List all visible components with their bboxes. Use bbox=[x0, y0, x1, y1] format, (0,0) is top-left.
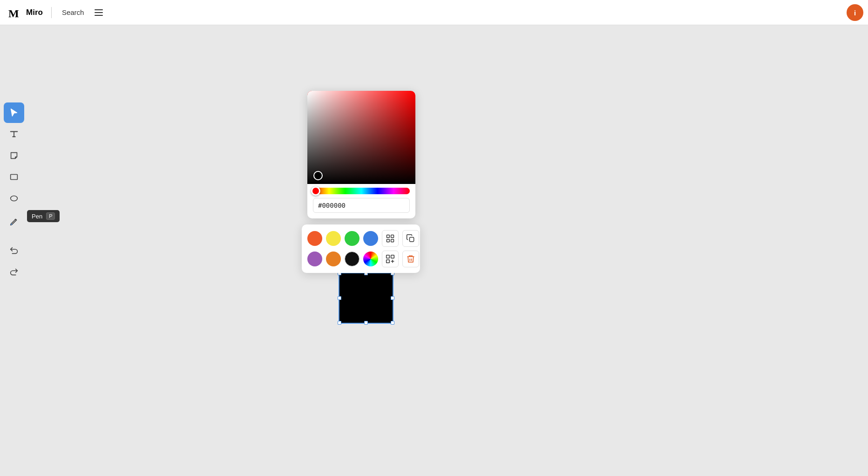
svg-rect-6 bbox=[387, 239, 390, 242]
resize-handle-bottom-left[interactable] bbox=[338, 321, 341, 325]
pen-tooltip: Pen P bbox=[27, 210, 60, 222]
color-gradient-area[interactable] bbox=[307, 91, 415, 184]
miro-logo: M bbox=[6, 4, 22, 21]
action-icons-right bbox=[382, 230, 419, 247]
rectangle-icon bbox=[9, 172, 19, 182]
subgroup-button[interactable] bbox=[382, 251, 399, 267]
color-picker-panel: #000000 bbox=[307, 91, 415, 218]
hex-input-row: #000000 bbox=[313, 198, 410, 213]
group-button[interactable] bbox=[382, 230, 399, 247]
svg-rect-10 bbox=[391, 255, 394, 258]
svg-point-3 bbox=[11, 224, 12, 225]
user-initial: i bbox=[854, 9, 856, 17]
quick-colors-row-1 bbox=[307, 230, 414, 247]
trash-icon bbox=[406, 254, 415, 264]
action-icons-right-2 bbox=[382, 251, 419, 267]
copy-icon bbox=[406, 234, 415, 243]
color-swatch-orange[interactable] bbox=[326, 252, 341, 266]
topbar-divider bbox=[51, 7, 52, 18]
hue-indicator bbox=[311, 186, 320, 196]
left-toolbar bbox=[4, 102, 25, 232]
rectangle-tool[interactable] bbox=[4, 167, 24, 187]
resize-handle-bottom-right[interactable] bbox=[391, 321, 394, 325]
gradient-picker-handle[interactable] bbox=[313, 171, 323, 180]
svg-rect-7 bbox=[391, 239, 394, 242]
canvas-rectangle[interactable] bbox=[339, 272, 393, 324]
svg-rect-1 bbox=[11, 175, 18, 180]
color-swatch-green[interactable] bbox=[345, 231, 359, 246]
pen-tool[interactable] bbox=[4, 211, 24, 232]
resize-handle-bottom-mid[interactable] bbox=[364, 321, 368, 325]
user-avatar[interactable]: i bbox=[847, 4, 863, 21]
ellipse-icon bbox=[9, 193, 19, 204]
hamburger-icon bbox=[95, 9, 103, 16]
pen-shortcut-key: P bbox=[46, 212, 55, 220]
select-tool[interactable] bbox=[4, 102, 24, 123]
color-swatch-purple[interactable] bbox=[307, 252, 322, 266]
color-swatch-yellow[interactable] bbox=[326, 231, 341, 246]
svg-rect-9 bbox=[387, 255, 390, 258]
color-swatch-blue[interactable] bbox=[363, 231, 378, 246]
undo-redo-group bbox=[4, 240, 25, 282]
delete-button[interactable] bbox=[402, 251, 419, 267]
text-icon bbox=[9, 129, 19, 139]
svg-rect-4 bbox=[387, 235, 390, 238]
svg-rect-11 bbox=[387, 260, 390, 263]
topbar: M Miro Search bbox=[0, 0, 868, 25]
color-swatch-rainbow[interactable] bbox=[363, 252, 378, 266]
hex-input[interactable]: #000000 bbox=[313, 198, 410, 213]
menu-button[interactable] bbox=[91, 5, 106, 20]
undo-icon bbox=[9, 245, 19, 256]
svg-point-2 bbox=[11, 196, 18, 201]
resize-handle-mid-left[interactable] bbox=[338, 296, 341, 300]
copy-button[interactable] bbox=[402, 230, 419, 247]
ellipse-tool[interactable] bbox=[4, 188, 24, 209]
hue-slider[interactable] bbox=[313, 188, 410, 194]
color-swatch-black[interactable] bbox=[345, 252, 359, 266]
group-icon bbox=[386, 234, 395, 243]
svg-rect-8 bbox=[410, 238, 414, 242]
select-icon bbox=[9, 108, 19, 118]
quick-colors-panel bbox=[302, 224, 420, 273]
svg-rect-5 bbox=[391, 235, 394, 238]
redo-icon bbox=[9, 267, 19, 277]
search-label: Search bbox=[62, 8, 84, 16]
pen-tooltip-label: Pen bbox=[32, 213, 42, 220]
quick-colors-row-2 bbox=[307, 251, 414, 267]
color-swatch-orange-red[interactable] bbox=[307, 231, 322, 246]
search-button[interactable]: Search bbox=[58, 7, 88, 18]
gradient-black-overlay bbox=[307, 91, 415, 184]
undo-button[interactable] bbox=[4, 240, 24, 261]
svg-text:M: M bbox=[8, 7, 19, 19]
sticky-note-tool[interactable] bbox=[4, 145, 24, 166]
sticky-note-icon bbox=[9, 150, 19, 161]
subgroup-icon bbox=[386, 254, 395, 264]
resize-handle-mid-right[interactable] bbox=[391, 296, 394, 300]
text-tool[interactable] bbox=[4, 124, 24, 144]
pen-icon bbox=[9, 217, 19, 227]
redo-button[interactable] bbox=[4, 262, 24, 282]
brand-name: Miro bbox=[26, 8, 43, 17]
